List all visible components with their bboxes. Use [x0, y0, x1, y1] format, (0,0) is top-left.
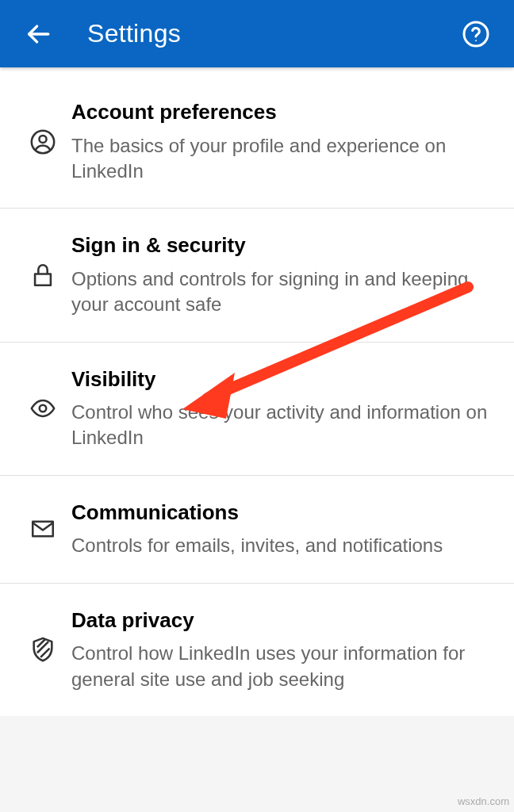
settings-row-visibility[interactable]: Visibility Control who sees your activit…: [0, 343, 514, 476]
row-title: Account preferences: [71, 99, 490, 125]
svg-rect-5: [35, 274, 51, 285]
row-title: Data privacy: [71, 607, 490, 634]
row-icon-slot: [14, 232, 71, 317]
help-icon: [462, 20, 490, 48]
svg-point-4: [39, 136, 46, 143]
lock-icon: [29, 262, 56, 289]
page-title: Settings: [87, 19, 181, 48]
arrow-left-icon: [25, 21, 52, 48]
help-button[interactable]: [457, 15, 495, 53]
settings-row-account-preferences[interactable]: Account preferences The basics of your p…: [0, 67, 514, 209]
settings-row-communications[interactable]: Communications Controls for emails, invi…: [0, 476, 514, 584]
settings-row-data-privacy[interactable]: Data privacy Control how LinkedIn uses y…: [0, 584, 514, 716]
svg-point-6: [40, 405, 47, 412]
row-desc: Control who sees your activity and infor…: [71, 400, 490, 451]
settings-row-sign-in-security[interactable]: Sign in & security Options and controls …: [0, 209, 514, 342]
row-text: Communications Controls for emails, invi…: [71, 500, 498, 559]
row-text: Account preferences The basics of your p…: [71, 99, 498, 184]
row-title: Sign in & security: [71, 232, 490, 259]
row-icon-slot: [14, 607, 71, 692]
row-icon-slot: [14, 500, 71, 559]
mail-icon: [29, 515, 56, 542]
row-text: Visibility Control who sees your activit…: [71, 366, 498, 451]
eye-icon: [29, 395, 56, 422]
row-desc: Options and controls for signing in and …: [71, 266, 490, 318]
watermark: wsxdn.com: [458, 795, 509, 807]
row-title: Communications: [71, 500, 490, 526]
row-desc: Controls for emails, invites, and notifi…: [71, 533, 490, 558]
row-text: Sign in & security Options and controls …: [71, 232, 498, 317]
row-title: Visibility: [71, 366, 490, 393]
shield-icon: [29, 636, 56, 663]
settings-list: Account preferences The basics of your p…: [0, 67, 514, 716]
svg-point-1: [464, 22, 488, 46]
app-header: Settings: [0, 0, 514, 67]
person-circle-icon: [29, 128, 56, 155]
back-button[interactable]: [19, 15, 57, 53]
row-icon-slot: [14, 99, 71, 184]
row-icon-slot: [14, 366, 71, 451]
row-desc: The basics of your profile and experienc…: [71, 133, 490, 185]
row-text: Data privacy Control how LinkedIn uses y…: [71, 607, 498, 692]
row-desc: Control how LinkedIn uses your informati…: [71, 641, 490, 692]
svg-point-2: [475, 40, 477, 41]
